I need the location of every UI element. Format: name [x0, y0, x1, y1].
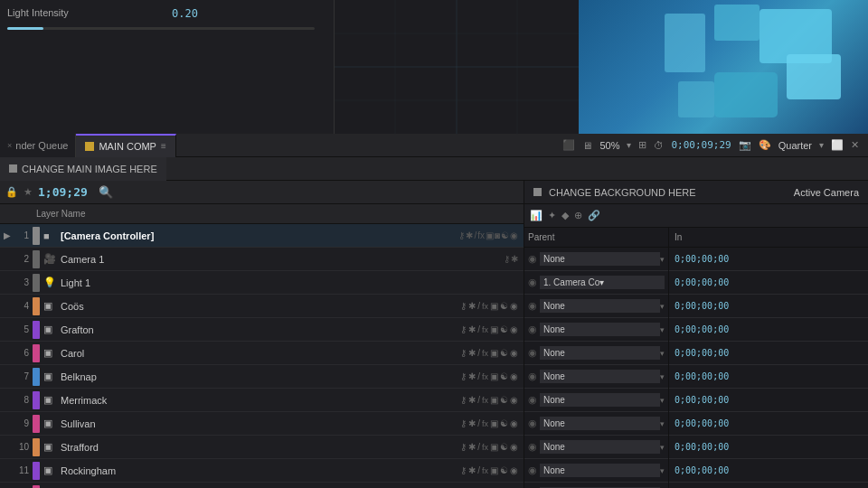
comp-menu-icon[interactable]: ≡ — [161, 141, 166, 151]
layers-list: ▶ 1 ■ [Camera Controller] ⚷ ✱ / fx ▣ ◙ ☯… — [0, 224, 524, 488]
graph-icon[interactable]: 📊 — [530, 210, 542, 221]
key-icon[interactable]: ◆ — [561, 210, 569, 221]
parent-row-7: ◉ None ▾ — [524, 389, 668, 412]
parent-row-4: ◉ None ▾ — [524, 318, 668, 342]
parent-column: Parent ◉ None ▾ ◉ 1. Camera Co▾ ◉ None ▾ — [524, 228, 669, 488]
parent-row-9: ◉ None ▾ — [524, 436, 668, 459]
preview-icon[interactable]: ⬛ — [562, 139, 575, 151]
light-intensity-label: Light Intensity — [7, 7, 69, 18]
table-row[interactable]: 11 ▣ Rockingham ⚷✱/fx▣☯◉ — [0, 459, 524, 483]
table-row[interactable]: ▶ 1 ■ [Camera Controller] ⚷ ✱ / fx ▣ ◙ ☯… — [0, 224, 524, 248]
monitor-icon[interactable]: 🖥 — [582, 140, 592, 151]
table-row[interactable]: 9 ▣ Sullivan ⚷✱/fx▣☯◉ — [0, 412, 524, 436]
timecode-left: 1;09;29 — [38, 185, 88, 199]
bg-tab-icon — [533, 188, 542, 196]
tab-bar-1: × nder Queue MAIN COMP ≡ ⬛ 🖥 50% ▾ ⊞ ⏱ 0… — [0, 134, 868, 157]
parent-row-10: ◉ None ▾ — [524, 459, 668, 483]
active-camera-label: Active Camera — [794, 187, 859, 198]
tab-icon-sq — [9, 164, 17, 173]
zoom-arrow[interactable]: ▾ — [627, 140, 631, 150]
tab-bar-3: CHANGE BACKGROUND HERE Active Camera — [524, 181, 868, 204]
layer-icon-1: ■ — [43, 230, 58, 241]
quarter-arrow[interactable]: ▾ — [819, 140, 824, 150]
render-queue-tab[interactable]: × nder Queue — [0, 134, 76, 157]
intensity-value: 0.20 — [172, 7, 198, 20]
parent-row-11: ◉ None ▾ — [524, 483, 668, 488]
fit-icon[interactable]: ⊞ — [638, 139, 646, 151]
search-icon[interactable]: 🔍 — [99, 185, 113, 199]
table-row[interactable]: 3 💡 Light 1 — [0, 271, 524, 295]
comp-icon — [85, 142, 94, 151]
table-row[interactable]: 8 ▣ Merrimack ⚷✱/fx▣☯◉ — [0, 389, 524, 412]
right-panel: ⚷ ✱ ↗ ▣ ◙ ◎ ⬡ 📊 ✦ ◆ ⊕ 🔗 Parent — [524, 181, 868, 488]
lock-icon[interactable]: 🔒 — [5, 186, 18, 198]
layer-num-1: 1 — [14, 230, 33, 240]
parent-row-8: ◉ None ▾ — [524, 412, 668, 436]
change-bg-label: CHANGE BACKGROUND HERE — [549, 187, 696, 198]
in-header-label: In — [675, 232, 682, 242]
table-row[interactable]: 7 ▣ Belknap ⚷✱/fx▣☯◉ — [0, 365, 524, 389]
parent-header-label: Parent — [528, 232, 554, 242]
table-row[interactable]: 12 ▣ Hillsborough ⚷✱/fx▣☯◉ — [0, 483, 524, 488]
table-row[interactable]: 6 ▣ Carol ⚷✱/fx▣☯◉ — [0, 342, 524, 365]
parent-row-1: ◉ None ▾ — [524, 248, 668, 271]
parent-row-2: ◉ 1. Camera Co▾ — [524, 271, 668, 295]
quarter-label[interactable]: Quarter — [778, 140, 812, 151]
timeline-controls: ⬛ 🖥 50% ▾ ⊞ ⏱ 0;00;09;29 📷 🎨 Quarter ▾ ⬜… — [553, 139, 868, 151]
main-comp-tab[interactable]: MAIN COMP ≡ — [76, 134, 175, 157]
table-row[interactable]: 5 ▣ Grafton ⚷✱/fx▣☯◉ — [0, 318, 524, 342]
parent-col-header: Parent — [524, 228, 668, 248]
parent-row-3: ◉ None ▾ — [524, 295, 668, 318]
tab-bar-2: CHANGE MAIN IMAGE HERE — [0, 157, 868, 181]
right-panel-header-2: 📊 ✦ ◆ ⊕ 🔗 — [524, 204, 868, 228]
change-image-label: CHANGE MAIN IMAGE HERE — [22, 164, 157, 174]
main-comp-label: MAIN COMP — [99, 141, 156, 152]
link-icon[interactable]: 🔗 — [588, 210, 600, 221]
column-headers: Layer Name — [0, 204, 524, 224]
render-queue-close[interactable]: × — [7, 141, 12, 150]
layers-header-bar: 🔒 ★ 1;09;29 🔍 — [0, 181, 524, 204]
table-row[interactable]: 10 ▣ Strafford ⚷✱/fx▣☯◉ — [0, 436, 524, 459]
parent-row-5: ◉ None ▾ — [524, 342, 668, 365]
zoom-label[interactable]: 50% — [599, 140, 619, 151]
table-row[interactable]: 4 ▣ Coös ⚷✱/fx▣☯◉ — [0, 295, 524, 318]
camera-icon[interactable]: 📷 — [739, 139, 751, 151]
screen-icon[interactable]: ⬜ — [831, 139, 844, 151]
layer-color-1 — [33, 227, 40, 245]
move-icon[interactable]: ⊕ — [574, 210, 582, 221]
parent-row-6: ◉ None ▾ — [524, 365, 668, 389]
in-col-header: In — [669, 228, 868, 248]
layers-panel: 🔒 ★ 1;09;29 🔍 Layer Name ▶ 1 ■ [Camera C… — [0, 181, 524, 488]
close-icon[interactable]: ✕ — [851, 139, 859, 151]
in-column: In 0;00;00;00 0;00;00;00 0;00;00;00 0;00… — [669, 228, 868, 488]
timeline-area: 🔒 ★ 1;09;29 🔍 Layer Name ▶ 1 ■ [Camera C… — [0, 181, 868, 488]
color-icon[interactable]: 🎨 — [759, 139, 771, 151]
table-row[interactable]: 2 🎥 Camera 1 ⚷✱ — [0, 248, 524, 271]
time-icon[interactable]: ⏱ — [654, 140, 664, 151]
layer-name-1: [Camera Controller] — [61, 230, 458, 241]
layer-name-col-header: Layer Name — [33, 209, 213, 219]
change-image-tab[interactable]: CHANGE MAIN IMAGE HERE — [0, 157, 166, 181]
render-queue-label: nder Queue — [15, 140, 68, 151]
timecode-header: 0;00;09;29 — [671, 139, 731, 151]
properties-area: Parent ◉ None ▾ ◉ 1. Camera Co▾ ◉ None ▾ — [524, 228, 868, 488]
star-icon[interactable]: ★ — [24, 186, 33, 198]
ease-icon[interactable]: ✦ — [548, 210, 556, 221]
